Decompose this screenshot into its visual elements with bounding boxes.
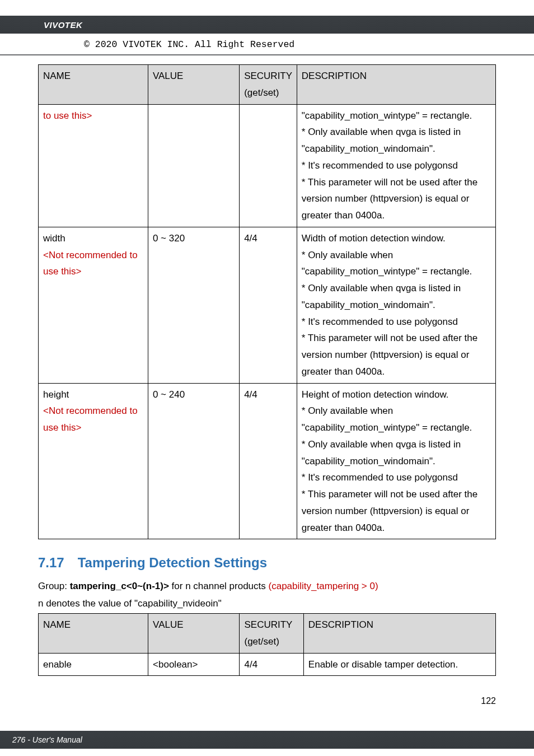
group-condition: (capability_tampering > 0) [269,581,378,591]
table-header-row: NAME VALUE SECURITY (get/set) DESCRIPTIO… [39,65,496,105]
section-title: Tampering Detection Settings [78,555,267,570]
group-prefix: Group: [38,581,70,591]
col-header-name: NAME [39,65,148,105]
name-cell: enable [39,653,148,676]
description-cell: "capability_motion_wintype" = rectangle.… [297,104,495,227]
security-cell: 4/4 [240,383,297,539]
group-name: tampering_c<0~(n-1)> [70,581,169,591]
name-note: to use this> [43,110,92,121]
col-header-value: VALUE [148,65,239,105]
table-row: enable <boolean> 4/4 Enable or disable t… [39,653,496,676]
params-table-1: NAME VALUE SECURITY (get/set) DESCRIPTIO… [38,64,496,539]
value-cell: 0 ~ 240 [148,383,239,539]
group-mid: for n channel products [169,581,269,591]
security-cell: 4/4 [240,653,303,676]
col-header-name: NAME [39,614,148,654]
security-cell: 4/4 [240,227,297,383]
param-name: height [43,389,69,400]
note-line: n denotes the value of "capability_nvide… [38,596,496,612]
name-cell: height<Not recommended to use this> [39,383,148,539]
name-cell: width<Not recommended to use this> [39,227,148,383]
page-number: 122 [38,692,496,714]
value-cell: <boolean> [148,653,240,676]
top-banner: VIVOTEK [0,16,534,34]
col-header-security: SECURITY (get/set) [240,614,303,654]
table-row: height<Not recommended to use this> 0 ~ … [39,383,496,539]
description-cell: Height of motion detection window.* Only… [297,383,495,539]
group-line: Group: tampering_c<0~(n-1)> for n channe… [38,578,496,595]
security-cell [240,104,297,227]
table-header-row: NAME VALUE SECURITY (get/set) DESCRIPTIO… [39,614,496,654]
col-header-value: VALUE [148,614,240,654]
name-note: <Not recommended to use this> [43,250,138,277]
description-cell: Width of motion detection window.* Only … [297,227,495,383]
section-heading: 7.17Tampering Detection Settings [38,555,496,571]
name-cell: to use this> [39,104,148,227]
section-number: 7.17 [38,555,64,571]
manual-label: 276 - User's Manual [12,735,82,744]
description-cell: Enable or disable tamper detection. [303,653,495,676]
col-header-description: DESCRIPTION [297,65,495,105]
value-cell [148,104,239,227]
params-table-2: NAME VALUE SECURITY (get/set) DESCRIPTIO… [38,613,496,676]
value-cell: 0 ~ 320 [148,227,239,383]
bottom-banner: 276 - User's Manual [0,731,534,749]
table-row: width<Not recommended to use this> 0 ~ 3… [39,227,496,383]
col-header-security: SECURITY (get/set) [240,65,297,105]
table-row: to use this> "capability_motion_wintype"… [39,104,496,227]
copyright-line: © 2020 VIVOTEK INC. All Right Reserved [0,34,534,55]
brand-logo: VIVOTEK [10,20,82,30]
param-name: width [43,233,65,244]
col-header-description: DESCRIPTION [303,614,495,654]
name-note: <Not recommended to use this> [43,405,138,433]
